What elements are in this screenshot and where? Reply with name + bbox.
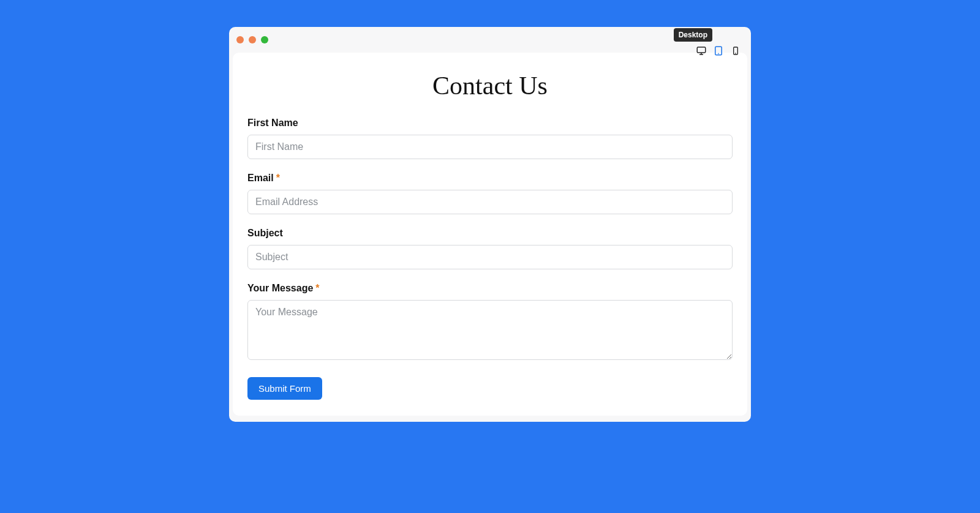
- preview-window: Desktop Contact Us First Name Email*: [229, 27, 751, 422]
- mobile-icon[interactable]: [729, 44, 742, 58]
- first-name-input[interactable]: [247, 135, 733, 159]
- email-label: Email*: [247, 173, 733, 184]
- field-email: Email*: [247, 173, 733, 214]
- device-preview-toggles: [695, 44, 742, 58]
- svg-rect-0: [697, 47, 706, 53]
- subject-label: Subject: [247, 228, 733, 239]
- required-marker: *: [276, 173, 280, 183]
- desktop-icon[interactable]: [695, 44, 708, 58]
- form-card: Contact Us First Name Email* Subject You…: [233, 53, 747, 416]
- traffic-lights: [236, 36, 268, 43]
- email-input[interactable]: [247, 190, 733, 214]
- page-title: Contact Us: [247, 71, 733, 100]
- message-label: Your Message*: [247, 283, 733, 294]
- required-marker: *: [315, 283, 319, 293]
- tablet-icon[interactable]: [712, 44, 725, 58]
- message-textarea[interactable]: [247, 300, 733, 360]
- device-tooltip: Desktop: [674, 28, 712, 42]
- window-titlebar: [229, 27, 751, 53]
- first-name-label: First Name: [247, 118, 733, 129]
- submit-button[interactable]: Submit Form: [247, 377, 322, 400]
- field-first-name: First Name: [247, 118, 733, 159]
- subject-input[interactable]: [247, 245, 733, 269]
- traffic-zoom-icon[interactable]: [261, 36, 268, 43]
- traffic-minimize-icon[interactable]: [249, 36, 256, 43]
- field-subject: Subject: [247, 228, 733, 269]
- traffic-close-icon[interactable]: [236, 36, 244, 43]
- field-message: Your Message*: [247, 283, 733, 362]
